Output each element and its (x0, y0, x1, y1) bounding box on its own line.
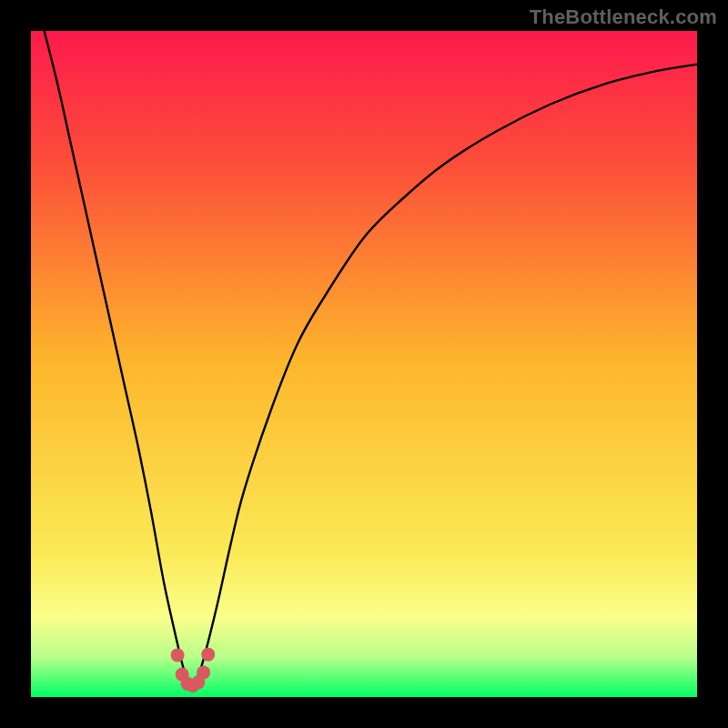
gradient-background (31, 31, 697, 697)
minimum-marker (197, 665, 210, 679)
watermark-text: TheBottleneck.com (530, 5, 717, 29)
chart-frame: TheBottleneck.com (0, 0, 728, 728)
minimum-marker (171, 648, 185, 662)
plot-svg (31, 31, 697, 697)
minimum-marker (201, 648, 215, 662)
plot-area (31, 31, 697, 697)
